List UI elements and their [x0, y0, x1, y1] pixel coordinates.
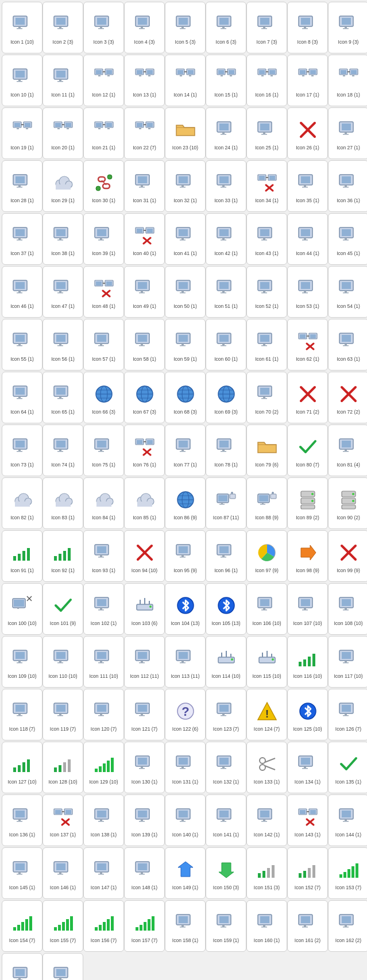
icon-cell-130[interactable]: Icon 130 (1): [124, 742, 165, 793]
icon-cell-65[interactable]: Icon 65 (1): [43, 372, 83, 423]
icon-cell-149[interactable]: Icon 149 (1): [165, 847, 206, 899]
icon-cell-78[interactable]: Icon 78 (1): [206, 425, 246, 476]
icon-cell-91[interactable]: Icon 91 (1): [2, 530, 43, 582]
icon-cell-39[interactable]: Icon 39 (1): [83, 213, 124, 265]
icon-cell-135[interactable]: Icon 135 (1): [328, 742, 367, 793]
icon-cell-26[interactable]: Icon 26 (1): [287, 107, 328, 159]
icon-cell-47[interactable]: Icon 47 (1): [43, 266, 83, 318]
icon-cell-18[interactable]: Icon 18 (1): [328, 55, 367, 106]
icon-cell-147[interactable]: Icon 147 (1): [83, 847, 124, 899]
icon-cell-7[interactable]: Icon 7 (3): [246, 2, 287, 53]
icon-cell-28[interactable]: Icon 28 (1): [2, 160, 43, 212]
icon-cell-133[interactable]: Icon 133 (1): [246, 742, 287, 793]
icon-cell-64[interactable]: Icon 64 (1): [2, 372, 43, 423]
icon-cell-53[interactable]: Icon 53 (1): [287, 266, 328, 318]
icon-cell-68[interactable]: Icon 68 (3): [165, 372, 206, 423]
icon-cell-17[interactable]: Icon 17 (1): [287, 55, 328, 106]
icon-cell-100[interactable]: Icon 100 (10): [2, 583, 43, 635]
icon-cell-153[interactable]: Icon 153 (7): [328, 847, 367, 899]
icon-cell-140[interactable]: Icon 140 (1): [165, 794, 206, 846]
icon-cell-66[interactable]: Icon 66 (3): [83, 372, 124, 423]
icon-cell-54[interactable]: Icon 54 (1): [328, 266, 367, 318]
icon-cell-139[interactable]: Icon 139 (1): [124, 794, 165, 846]
icon-cell-51[interactable]: Icon 51 (1): [206, 266, 246, 318]
icon-cell-37[interactable]: Icon 37 (1): [2, 213, 43, 265]
icon-cell-163[interactable]: Icon 163 (2): [2, 953, 43, 980]
icon-cell-127[interactable]: Icon 127 (10): [2, 742, 43, 793]
icon-cell-38[interactable]: Icon 38 (1): [43, 213, 83, 265]
icon-cell-112[interactable]: Icon 112 (11): [124, 636, 165, 688]
icon-cell-49[interactable]: Icon 49 (1): [124, 266, 165, 318]
icon-cell-67[interactable]: Icon 67 (3): [124, 372, 165, 423]
icon-cell-122[interactable]: ? Icon 122 (6): [165, 689, 206, 740]
icon-cell-109[interactable]: Icon 109 (10): [2, 636, 43, 688]
icon-cell-161[interactable]: Icon 161 (2): [287, 900, 328, 952]
icon-cell-80[interactable]: Icon 80 (7): [287, 425, 328, 476]
icon-cell-119[interactable]: Icon 119 (7): [43, 689, 83, 740]
icon-cell-36[interactable]: Icon 36 (1): [328, 160, 367, 212]
icon-cell-61[interactable]: Icon 61 (1): [246, 319, 287, 371]
icon-cell-84[interactable]: Icon 84 (1): [83, 477, 124, 529]
icon-cell-22[interactable]: Icon 22 (7): [124, 107, 165, 159]
icon-cell-3[interactable]: Icon 3 (3): [83, 2, 124, 53]
icon-cell-1[interactable]: Icon 1 (10): [2, 2, 43, 53]
icon-cell-40[interactable]: Icon 40 (1): [124, 213, 165, 265]
icon-cell-42[interactable]: Icon 42 (1): [206, 213, 246, 265]
icon-cell-144[interactable]: Icon 144 (1): [328, 794, 367, 846]
icon-cell-123[interactable]: Icon 123 (7): [206, 689, 246, 740]
icon-cell-136[interactable]: Icon 136 (1): [2, 794, 43, 846]
icon-cell-76[interactable]: Icon 76 (1): [124, 425, 165, 476]
icon-cell-35[interactable]: Icon 35 (1): [287, 160, 328, 212]
icon-cell-162[interactable]: Icon 162 (2): [328, 900, 367, 952]
icon-cell-24[interactable]: Icon 24 (1): [206, 107, 246, 159]
icon-cell-121[interactable]: Icon 121 (7): [124, 689, 165, 740]
icon-cell-93[interactable]: Icon 93 (1): [83, 530, 124, 582]
icon-cell-33[interactable]: Icon 33 (1): [206, 160, 246, 212]
icon-cell-101[interactable]: Icon 101 (9): [43, 583, 83, 635]
icon-cell-125[interactable]: Icon 125 (10): [287, 689, 328, 740]
icon-cell-132[interactable]: Icon 132 (1): [206, 742, 246, 793]
icon-cell-142[interactable]: Icon 142 (1): [246, 794, 287, 846]
icon-cell-111[interactable]: Icon 111 (10): [83, 636, 124, 688]
icon-cell-59[interactable]: Icon 59 (1): [165, 319, 206, 371]
icon-cell-114[interactable]: Icon 114 (10): [206, 636, 246, 688]
icon-cell-157[interactable]: Icon 157 (7): [124, 900, 165, 952]
icon-cell-75[interactable]: Icon 75 (1): [83, 425, 124, 476]
icon-cell-148[interactable]: Icon 148 (1): [124, 847, 165, 899]
icon-cell-74[interactable]: Icon 74 (1): [43, 425, 83, 476]
icon-cell-137[interactable]: Icon 137 (1): [43, 794, 83, 846]
icon-cell-129[interactable]: Icon 129 (10): [83, 742, 124, 793]
icon-cell-134[interactable]: Icon 134 (1): [287, 742, 328, 793]
icon-cell-2[interactable]: Icon 2 (3): [43, 2, 83, 53]
icon-cell-102[interactable]: Icon 102 (1): [83, 583, 124, 635]
icon-cell-27[interactable]: Icon 27 (1): [328, 107, 367, 159]
icon-cell-158[interactable]: Icon 158 (1): [165, 900, 206, 952]
icon-cell-110[interactable]: Icon 110 (10): [43, 636, 83, 688]
icon-cell-81[interactable]: Icon 81 (4): [328, 425, 367, 476]
icon-cell-11[interactable]: Icon 11 (1): [43, 55, 83, 106]
icon-cell-56[interactable]: Icon 56 (1): [43, 319, 83, 371]
icon-cell-60[interactable]: Icon 60 (1): [206, 319, 246, 371]
icon-cell-21[interactable]: Icon 21 (1): [83, 107, 124, 159]
icon-cell-103[interactable]: Icon 103 (6): [124, 583, 165, 635]
icon-cell-48[interactable]: Icon 48 (1): [83, 266, 124, 318]
icon-cell-12[interactable]: Icon 12 (1): [83, 55, 124, 106]
icon-cell-107[interactable]: Icon 107 (10): [287, 583, 328, 635]
icon-cell-146[interactable]: Icon 146 (1): [43, 847, 83, 899]
icon-cell-43[interactable]: Icon 43 (1): [246, 213, 287, 265]
icon-cell-95[interactable]: Icon 95 (9): [165, 530, 206, 582]
icon-cell-96[interactable]: Icon 96 (1): [206, 530, 246, 582]
icon-cell-71[interactable]: Icon 71 (2): [287, 372, 328, 423]
icon-cell-97[interactable]: Icon 97 (9): [246, 530, 287, 582]
icon-cell-92[interactable]: Icon 92 (1): [43, 530, 83, 582]
icon-cell-16[interactable]: Icon 16 (1): [246, 55, 287, 106]
icon-cell-98[interactable]: Icon 98 (9): [287, 530, 328, 582]
icon-cell-6[interactable]: Icon 6 (3): [206, 2, 246, 53]
icon-cell-15[interactable]: Icon 15 (1): [206, 55, 246, 106]
icon-cell-72[interactable]: Icon 72 (2): [328, 372, 367, 423]
icon-cell-70[interactable]: Icon 70 (2): [246, 372, 287, 423]
icon-cell-63[interactable]: Icon 63 (1): [328, 319, 367, 371]
icon-cell-90[interactable]: Icon 90 (2): [328, 477, 367, 529]
icon-cell-105[interactable]: Icon 105 (13): [206, 583, 246, 635]
icon-cell-89[interactable]: Icon 89 (2): [287, 477, 328, 529]
